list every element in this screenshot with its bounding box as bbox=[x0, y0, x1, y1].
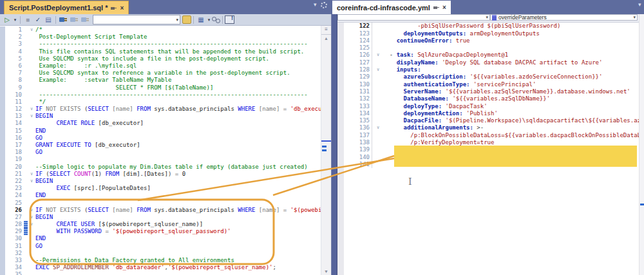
schema-compare-icon[interactable] bbox=[212, 17, 220, 23]
fold-chevron-icon[interactable]: ∨ bbox=[374, 52, 383, 59]
code-line[interactable]: 16GO bbox=[5, 135, 321, 142]
new-database-icon[interactable] bbox=[182, 15, 191, 24]
tab-well-chevron-icon[interactable]: ▾ bbox=[314, 1, 317, 8]
code-line[interactable]: 26∨IF NOT EXISTS (SELECT [name] FROM sys… bbox=[5, 207, 321, 214]
code-line[interactable]: 34EXEC SP_ADDROLEMEMBER 'db_datareader',… bbox=[5, 264, 321, 271]
results-grid-dropdown-icon[interactable]: ▾ bbox=[207, 15, 211, 24]
code-line[interactable]: 123 deploymentOutputs: armDeploymentOutp… bbox=[344, 30, 639, 37]
code-line[interactable]: 127 displayName: 'Deploy SQL database DA… bbox=[344, 59, 639, 66]
code-line[interactable]: 8 Example: :setvar TableName MyTable bbox=[5, 77, 321, 84]
code-line[interactable]: 21∨IF (SELECT COUNT(1) FROM [dim].[Dates… bbox=[5, 171, 321, 178]
fold-chevron-icon[interactable]: ∨ bbox=[28, 214, 35, 221]
fold-margin bbox=[28, 120, 35, 127]
code-line[interactable]: 32 bbox=[5, 250, 321, 257]
code-line[interactable]: 14 CREATE ROLE [db_executor] bbox=[5, 120, 321, 127]
code-line[interactable]: 11 */ bbox=[5, 99, 321, 106]
window-chevron-icon[interactable]: ▾ bbox=[638, 1, 641, 8]
code-line[interactable]: 13∨BEGIN bbox=[5, 113, 321, 120]
close-icon[interactable]: × bbox=[442, 4, 446, 11]
code-line[interactable]: 135 DacpacFile: '$(Pipeline.Workspace)\s… bbox=[344, 117, 639, 124]
breakpoint-margin[interactable] bbox=[337, 14, 344, 275]
code-line[interactable]: 2 Post-Deployment Script Template bbox=[5, 33, 321, 41]
code-line[interactable]: 17GRANT EXECUTE TO [db_executor] bbox=[5, 142, 321, 149]
code-line[interactable]: 125 bbox=[344, 44, 639, 52]
fold-chevron-icon[interactable]: ∨ bbox=[28, 221, 35, 228]
code-line[interactable]: 126∨ - task: SqlAzureDacpacDeployment@1 bbox=[344, 52, 639, 59]
tab-yaml-file[interactable]: coreinfra-cd-infrascode.yml × bbox=[332, 1, 451, 14]
code-line[interactable]: 12∨IF NOT EXISTS (SELECT [name] FROM sys… bbox=[5, 106, 321, 113]
vertical-scrollbar[interactable] bbox=[639, 14, 644, 275]
code-line[interactable]: 10 -------------------------------------… bbox=[5, 91, 321, 99]
code-line[interactable]: 128∨ inputs: bbox=[344, 66, 639, 73]
execute-dropdown-icon[interactable]: ▾ bbox=[13, 15, 17, 24]
split-handle-icon[interactable]: ≡ bbox=[321, 26, 331, 35]
member-dropdown[interactable]: overrideParameters ▾ bbox=[490, 14, 638, 21]
fold-chevron-icon[interactable]: ∨ bbox=[28, 207, 35, 214]
code-line[interactable]: 25 bbox=[5, 200, 321, 207]
code-line[interactable]: 122 -pbiSqlUserPassword $(pbiSqlUserPass… bbox=[344, 23, 639, 30]
code-line[interactable]: 31GO bbox=[5, 243, 321, 250]
breakpoint-margin[interactable] bbox=[0, 26, 5, 275]
code-line[interactable]: 124 continueOnError: true bbox=[344, 37, 639, 44]
scroll-down-icon[interactable]: ▼ bbox=[321, 268, 331, 275]
sqlcmd-mode-icon[interactable] bbox=[225, 15, 234, 24]
code-line[interactable]: 137 /p:BlockOnPossibleDataLoss=${{variab… bbox=[344, 132, 639, 139]
vertical-scrollbar[interactable]: ≡ ▲ ▼ bbox=[321, 26, 331, 275]
code-line[interactable]: 1∨/* bbox=[5, 26, 321, 33]
fold-chevron-icon[interactable]: ∨ bbox=[28, 178, 35, 185]
code-line[interactable]: 35 bbox=[5, 271, 321, 275]
gear-icon[interactable] bbox=[321, 2, 327, 8]
code-line[interactable]: 131 ServerName: '${{variables.azSqlServe… bbox=[344, 88, 639, 95]
pin-icon[interactable] bbox=[433, 5, 439, 10]
results-grid-button[interactable]: ▦ bbox=[196, 15, 205, 24]
code-line[interactable]: 23 EXEC [sprc].[PopulateDates] bbox=[5, 185, 321, 192]
scroll-up-icon[interactable]: ▲ bbox=[321, 35, 331, 42]
code-line[interactable]: 141 bbox=[344, 161, 639, 168]
fold-chevron-icon[interactable]: ∨ bbox=[374, 124, 383, 131]
code-line[interactable]: 33--Permissions to Data Factory granted … bbox=[5, 257, 321, 264]
change-connection-icon[interactable] bbox=[81, 17, 90, 23]
code-line[interactable]: 28∨ CREATE USER [$(powebireport_sqluser_… bbox=[5, 221, 321, 228]
fold-chevron-icon[interactable]: ∨ bbox=[28, 171, 35, 178]
code-line[interactable]: 133 deployType: 'DacpacTask' bbox=[344, 103, 639, 110]
code-line[interactable]: 24END bbox=[5, 192, 321, 199]
code-line[interactable]: 15END bbox=[5, 128, 321, 135]
code-line[interactable]: 27∨BEGIN bbox=[5, 214, 321, 221]
code-line[interactable]: 129 azureSubscription: '${{variables.azd… bbox=[344, 73, 639, 81]
code-line[interactable]: 132 DatabaseName: '${{variables.azSqlDbN… bbox=[344, 95, 639, 102]
fold-chevron-icon[interactable]: ∨ bbox=[28, 113, 35, 120]
code-line[interactable]: 138 /p:VerifyDeployment=true bbox=[344, 139, 639, 146]
fold-chevron-icon[interactable]: ∨ bbox=[28, 106, 35, 113]
pane-splitter[interactable] bbox=[331, 14, 337, 275]
disconnect-icon[interactable] bbox=[70, 17, 79, 23]
code-line[interactable]: 20--Simple logic to populate my Dim.Date… bbox=[5, 164, 321, 171]
type-dropdown[interactable]: ▾ bbox=[337, 14, 490, 21]
execute-button[interactable]: ▷ bbox=[3, 15, 12, 24]
code-line[interactable]: 6 Example: :r .\myfile.sql bbox=[5, 62, 321, 70]
code-line[interactable]: 9 SELECT * FROM [$(TableName)] bbox=[5, 84, 321, 91]
fold-chevron-icon[interactable]: ∨ bbox=[374, 66, 383, 73]
pin-icon[interactable] bbox=[111, 5, 117, 11]
code-analysis-button[interactable]: ▤ bbox=[44, 15, 53, 24]
code-line[interactable]: 3 --------------------------------------… bbox=[5, 41, 321, 48]
code-line[interactable]: 140 /v:powebireport_sqluser_password=$(p… bbox=[344, 154, 639, 161]
code-line[interactable]: 130 authenticationType: 'servicePrincipa… bbox=[344, 81, 639, 88]
code-line[interactable]: 136∨ additionalArguments: >- bbox=[344, 124, 639, 131]
parse-check-button[interactable]: ✓ bbox=[33, 15, 43, 24]
code-line[interactable]: 7 Use SQLCMD syntax to reference a varia… bbox=[5, 70, 321, 77]
tab-sql-script[interactable]: Script.PostDeployment1.sql * × bbox=[4, 1, 129, 14]
fold-chevron-icon[interactable]: ∨ bbox=[28, 26, 35, 33]
code-line[interactable]: 139 /v:powebireport_sqluser_name=${{vari… bbox=[344, 146, 639, 153]
code-line[interactable]: 5 Use SQLCMD syntax to include a file in… bbox=[5, 55, 321, 62]
code-line[interactable]: 18GO bbox=[5, 149, 321, 156]
connect-icon[interactable] bbox=[59, 17, 68, 23]
code-line[interactable]: 22∨BEGIN bbox=[5, 178, 321, 185]
close-icon[interactable]: × bbox=[120, 5, 124, 12]
code-line[interactable]: 30END bbox=[5, 235, 321, 242]
stop-button[interactable]: ■ bbox=[23, 15, 32, 24]
code-line[interactable]: 4 This file contains SQL statements that… bbox=[5, 48, 321, 55]
code-line[interactable]: 19 bbox=[5, 156, 321, 163]
code-line[interactable]: 134 deploymentAction: 'Publish' bbox=[344, 110, 639, 117]
database-combobox[interactable]: ▾ bbox=[93, 15, 180, 24]
code-line[interactable]: 29 WITH PASSWORD = '$(powebireport_sqlus… bbox=[5, 228, 321, 235]
